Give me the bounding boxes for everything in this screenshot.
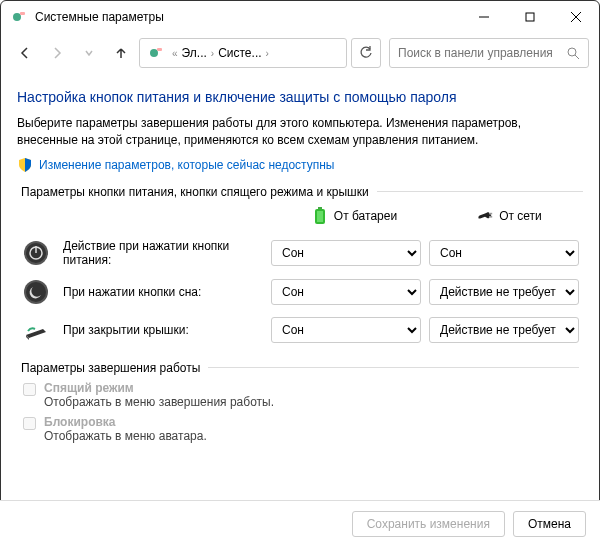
search-box[interactable] [389,38,589,68]
chevron-icon: « [168,48,182,59]
svg-rect-7 [157,48,162,51]
minimize-button[interactable] [461,1,507,33]
page-description: Выберите параметры завершения работы для… [17,115,583,149]
svg-rect-12 [317,211,323,222]
link-text: Изменение параметров, которые сейчас нед… [39,158,335,172]
row-label: При нажатии кнопки сна: [63,285,263,299]
refresh-button[interactable] [351,38,381,68]
svg-point-20 [26,282,46,302]
svg-rect-10 [318,207,322,209]
sleep-button-row: При нажатии кнопки сна: Сон Действие не … [17,273,587,311]
column-headers: От батареи От сети [277,199,587,233]
close-button[interactable] [553,1,599,33]
cancel-button[interactable]: Отмена [513,511,586,537]
button-settings-group: Параметры кнопки питания, кнопки спящего… [17,185,587,349]
lid-icon [23,317,49,343]
save-button: Сохранить изменения [352,511,505,537]
ac-column: От сети [432,207,587,225]
lock-option: Блокировка Отображать в меню аватара. [23,415,583,443]
window-title: Системные параметры [35,10,461,24]
row-label: При закрытии крышки: [63,323,263,337]
chevron-right-icon: › [207,48,218,59]
battery-icon [312,207,328,225]
svg-rect-13 [489,212,492,214]
breadcrumb-item[interactable]: Систе... [218,46,261,60]
group-legend: Параметры кнопки питания, кнопки спящего… [17,185,587,199]
forward-button[interactable] [43,39,71,67]
maximize-button[interactable] [507,1,553,33]
sleep-checkbox [23,383,36,396]
page-heading: Настройка кнопок питания и включение защ… [17,89,583,105]
chevron-right-icon: › [262,48,273,59]
sleep-option: Спящий режим Отображать в меню завершени… [23,381,583,409]
back-button[interactable] [11,39,39,67]
titlebar: Системные параметры [1,1,599,33]
plug-icon [477,207,493,225]
sleep-ac-select[interactable]: Действие не требуется [429,279,579,305]
lid-close-row: При закрытии крышки: Сон Действие не тре… [17,311,587,349]
change-unavailable-link[interactable]: Изменение параметров, которые сейчас нед… [17,157,583,173]
power-ac-select[interactable]: Сон [429,240,579,266]
lock-checkbox [23,417,36,430]
app-icon [11,9,27,25]
lid-ac-select[interactable]: Действие не требуется [429,317,579,343]
svg-point-0 [13,13,21,21]
sleep-button-icon [23,279,49,305]
svg-point-8 [568,48,576,56]
search-icon [566,46,580,60]
svg-rect-1 [20,12,25,15]
shutdown-settings-group: Параметры завершения работы Спящий режим… [17,361,583,447]
search-input[interactable] [398,46,566,60]
up-button[interactable] [107,39,135,67]
group-legend: Параметры завершения работы [17,361,583,375]
navbar: « Эл... › Систе... › [1,33,599,73]
option-title: Спящий режим [44,381,274,395]
lid-battery-select[interactable]: Сон [271,317,421,343]
footer: Сохранить изменения Отмена [0,500,600,546]
svg-line-9 [575,55,579,59]
power-button-row: Действие при нажатии кнопки питания: Сон… [17,233,587,273]
breadcrumb[interactable]: « Эл... › Систе... › [139,38,347,68]
breadcrumb-item[interactable]: Эл... [182,46,207,60]
svg-rect-14 [489,216,492,218]
breadcrumb-icon [148,45,164,61]
option-desc: Отображать в меню аватара. [44,429,207,443]
battery-column: От батареи [277,207,432,225]
svg-rect-3 [526,13,534,21]
shield-icon [17,157,33,173]
svg-point-6 [150,49,158,57]
option-desc: Отображать в меню завершения работы. [44,395,274,409]
content-area: Настройка кнопок питания и включение защ… [1,73,599,501]
option-title: Блокировка [44,415,207,429]
recent-button[interactable] [75,39,103,67]
sleep-battery-select[interactable]: Сон [271,279,421,305]
power-button-icon [23,240,49,266]
power-battery-select[interactable]: Сон [271,240,421,266]
row-label: Действие при нажатии кнопки питания: [63,239,263,267]
